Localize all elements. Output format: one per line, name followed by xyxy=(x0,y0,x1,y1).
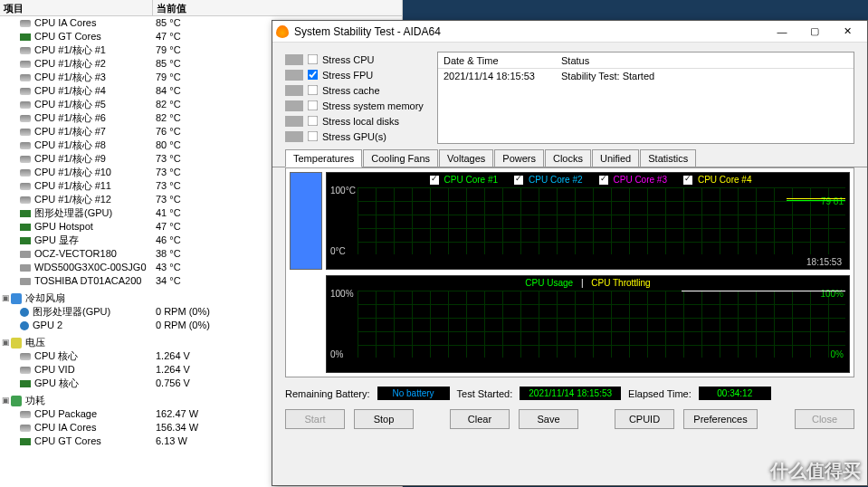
color-scale xyxy=(290,172,322,270)
gpu-icon xyxy=(20,438,31,445)
fan-icon xyxy=(20,321,29,330)
usage-chart: CPU Usage | CPU Throttling 100% 0% 100% … xyxy=(326,275,850,373)
gpu-icon xyxy=(20,237,31,244)
stress-fpu[interactable]: Stress FPU xyxy=(285,67,437,82)
stress-cache[interactable]: Stress cache xyxy=(285,82,437,98)
cpuid-button[interactable]: CPUID xyxy=(615,409,674,429)
status-row: Remaining Battery: No battery Test Start… xyxy=(272,383,867,404)
chart-tabs: TemperaturesCooling FansVoltagesPowersCl… xyxy=(272,149,867,167)
cpu-icon xyxy=(20,156,31,163)
maximize-button[interactable]: ▢ xyxy=(798,23,831,41)
legend-checkbox[interactable] xyxy=(599,176,608,185)
preferences-button[interactable]: Preferences xyxy=(683,409,758,429)
cpu-icon xyxy=(20,367,31,374)
tab-clocks[interactable]: Clocks xyxy=(545,149,591,167)
flame-icon xyxy=(276,25,289,38)
component-icon xyxy=(285,85,303,96)
cpu-icon xyxy=(20,101,31,109)
cpu-icon xyxy=(20,47,31,54)
stress-options: Stress CPUStress FPUStress cacheStress s… xyxy=(285,52,437,144)
cpu-icon xyxy=(20,129,31,136)
battery-badge: No battery xyxy=(377,387,450,400)
tab-statistics[interactable]: Statistics xyxy=(640,149,696,167)
cpu-icon xyxy=(20,196,31,204)
window-title: System Stability Test - AIDA64 xyxy=(294,25,766,38)
temperature-chart: CPU Core #1CPU Core #2CPU Core #3CPU Cor… xyxy=(326,172,850,270)
log-box: Date & TimeStatus 2021/11/14 18:15:53Sta… xyxy=(437,52,854,144)
disk-icon xyxy=(20,264,31,272)
clear-button[interactable]: Clear xyxy=(450,409,510,429)
stress-disks[interactable]: Stress local disks xyxy=(285,113,437,129)
gpu-icon xyxy=(20,210,31,217)
disk-icon xyxy=(20,278,31,285)
tab-cooling-fans[interactable]: Cooling Fans xyxy=(363,149,438,167)
component-icon xyxy=(285,116,303,127)
voltage-icon xyxy=(11,338,22,349)
stress-gpu-checkbox[interactable] xyxy=(308,131,319,142)
disk-icon xyxy=(20,251,31,258)
gpu-icon xyxy=(20,224,31,231)
cpu-icon xyxy=(20,353,31,360)
stress-gpu[interactable]: Stress GPU(s) xyxy=(285,129,437,144)
cpu-icon xyxy=(20,425,31,432)
legend-checkbox[interactable] xyxy=(430,176,439,185)
cpu-icon xyxy=(20,183,31,190)
titlebar[interactable]: System Stability Test - AIDA64 — ▢ ✕ xyxy=(272,21,867,43)
stability-test-dialog: System Stability Test - AIDA64 — ▢ ✕ Str… xyxy=(272,20,868,486)
legend-checkbox[interactable] xyxy=(683,176,692,185)
stress-cpu-checkbox[interactable] xyxy=(308,54,319,65)
tab-unified[interactable]: Unified xyxy=(592,149,639,167)
stress-cpu[interactable]: Stress CPU xyxy=(285,52,437,67)
cpu-icon xyxy=(20,88,31,95)
col-item: 项目 xyxy=(0,0,152,15)
save-button[interactable]: Save xyxy=(519,409,578,429)
log-row: 2021/11/14 18:15:53Stability Test: Start… xyxy=(438,69,854,83)
component-icon xyxy=(285,54,303,65)
button-row: Start Stop Clear Save CPUID Preferences … xyxy=(272,404,867,434)
component-icon xyxy=(285,100,303,111)
stress-fpu-checkbox[interactable] xyxy=(308,70,319,81)
stop-button[interactable]: Stop xyxy=(354,409,414,429)
legend-checkbox[interactable] xyxy=(514,176,523,185)
tab-temperatures[interactable]: Temperatures xyxy=(285,149,362,167)
cpu-icon xyxy=(20,169,31,177)
elapsed-badge: 00:34:12 xyxy=(699,387,771,400)
stress-memory-checkbox[interactable] xyxy=(308,100,319,111)
cpu-icon xyxy=(20,61,31,68)
component-icon xyxy=(285,70,303,81)
cpu-icon xyxy=(20,74,31,81)
cpu-icon xyxy=(20,411,31,418)
close-dialog-button[interactable]: Close xyxy=(795,409,854,429)
tab-powers[interactable]: Powers xyxy=(494,149,544,167)
component-icon xyxy=(285,131,303,142)
gpu-icon xyxy=(20,33,31,41)
power-icon xyxy=(11,396,22,406)
cpu-icon xyxy=(20,142,31,149)
stress-cache-checkbox[interactable] xyxy=(308,85,319,96)
start-button[interactable]: Start xyxy=(285,409,345,429)
stress-memory[interactable]: Stress system memory xyxy=(285,98,437,113)
cpu-icon xyxy=(20,20,31,27)
cpu-icon xyxy=(20,115,31,122)
minimize-button[interactable]: — xyxy=(766,23,798,41)
col-value: 当前值 xyxy=(152,0,402,15)
gpu-icon xyxy=(20,380,31,387)
started-badge: 2021/11/14 18:15:53 xyxy=(520,387,621,400)
fan-icon xyxy=(20,308,29,317)
fan-icon xyxy=(11,293,22,304)
close-button[interactable]: ✕ xyxy=(831,23,863,41)
stress-disks-checkbox[interactable] xyxy=(308,116,319,127)
tab-voltages[interactable]: Voltages xyxy=(439,149,493,167)
sensor-header: 项目 当前值 xyxy=(0,0,402,16)
